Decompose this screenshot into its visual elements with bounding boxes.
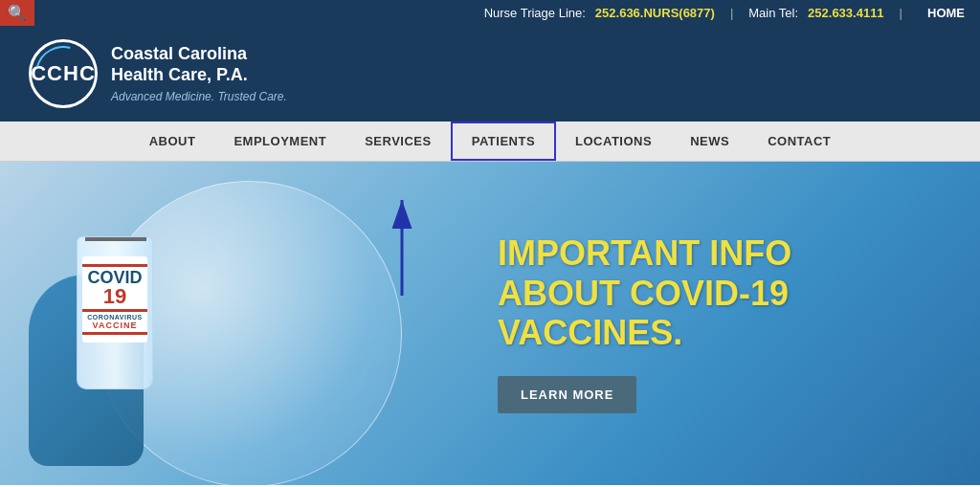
nav-item-patients[interactable]: PATIENTS <box>451 122 556 161</box>
vial-stripe-mid <box>82 309 147 312</box>
main-tel-label: Main Tel: <box>748 6 798 20</box>
logo-text: Coastal Carolina Health Care, P.A. Advan… <box>111 44 287 102</box>
vial-coronavirus-text: CORONAVIRUS <box>86 314 144 321</box>
vial-label: COVID 19 CORONAVIRUS VACCINE <box>82 256 147 343</box>
nav-item-news[interactable]: NEWS <box>671 122 748 161</box>
vial-cap <box>85 236 146 241</box>
vial-nineteen-text: 19 <box>86 286 144 307</box>
nav-item-contact[interactable]: CONTACT <box>748 122 850 161</box>
nav-item-services[interactable]: SERVICES <box>345 122 451 161</box>
org-name: Coastal Carolina Health Care, P.A. <box>111 44 287 85</box>
vial-stripe-bottom <box>82 332 147 335</box>
tagline: Advanced Medicine. Trusted Care. <box>111 90 287 103</box>
separator-1: | <box>730 6 733 20</box>
logo-area: CCHC Coastal Carolina Health Care, P.A. … <box>29 39 287 108</box>
logo-abbr: CCHC <box>31 61 96 86</box>
vial-stripe-top <box>82 264 147 267</box>
arrow-annotation <box>373 190 431 309</box>
main-tel-phone[interactable]: 252.633.4111 <box>808 6 884 20</box>
vial-vaccine-text: VACCINE <box>86 321 144 330</box>
vial-container: COVID 19 CORONAVIRUS VACCINE <box>29 198 220 466</box>
main-nav: ABOUT EMPLOYMENT SERVICES PATIENTS LOCAT… <box>0 122 980 162</box>
home-link[interactable]: HOME <box>927 6 965 20</box>
covid-vial: COVID 19 CORONAVIRUS VACCINE <box>77 236 153 389</box>
hero-left: COVID 19 CORONAVIRUS VACCINE <box>0 162 459 485</box>
hero-title: IMPORTANT INFO ABOUT COVID-19 VACCINES. <box>498 233 791 352</box>
top-bar: 🔍 Nurse Triage Line: 252.636.NURS(6877) … <box>0 0 980 26</box>
site-header: CCHC Coastal Carolina Health Care, P.A. … <box>0 26 980 122</box>
separator-2: | <box>900 6 902 20</box>
hero-section: COVID 19 CORONAVIRUS VACCINE <box>0 162 980 485</box>
learn-more-button[interactable]: LEARN MORE <box>498 376 636 413</box>
search-icon[interactable]: 🔍 <box>0 0 34 26</box>
nav-item-locations[interactable]: LOCATIONS <box>556 122 671 161</box>
logo-badge: CCHC <box>29 39 98 108</box>
nurse-triage-phone[interactable]: 252.636.NURS(6877) <box>595 6 715 20</box>
nav-item-about[interactable]: ABOUT <box>130 122 215 161</box>
nav-item-employment[interactable]: EMPLOYMENT <box>214 122 345 161</box>
nurse-triage-label: Nurse Triage Line: <box>484 6 586 20</box>
hero-right: IMPORTANT INFO ABOUT COVID-19 VACCINES. … <box>459 233 980 412</box>
